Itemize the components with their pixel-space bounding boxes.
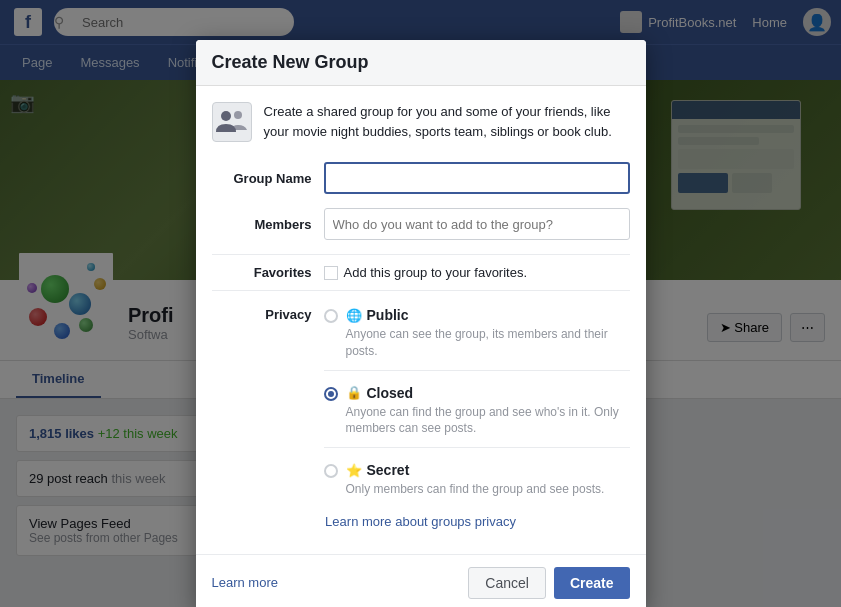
public-name: Public — [367, 307, 409, 323]
privacy-secret: ⭐ Secret Only members can find the group… — [324, 462, 630, 498]
svg-point-1 — [234, 111, 242, 119]
group-name-label: Group Name — [212, 171, 312, 186]
svg-point-0 — [221, 111, 231, 121]
create-group-modal: Create New Group Create a shared group f… — [196, 40, 646, 607]
info-text: Create a shared group for you and some o… — [264, 102, 630, 141]
modal-overlay: Create New Group Create a shared group f… — [0, 0, 841, 607]
closed-name: Closed — [367, 385, 414, 401]
privacy-public-radio[interactable] — [324, 309, 338, 323]
privacy-secret-radio[interactable] — [324, 464, 338, 478]
modal-footer: Learn more Cancel Create — [196, 554, 646, 607]
favorites-text: Add this group to your favorites. — [344, 265, 528, 280]
members-row: Members — [212, 208, 630, 240]
modal-header: Create New Group — [196, 40, 646, 86]
group-icon — [212, 102, 252, 142]
secret-name: Secret — [367, 462, 410, 478]
create-button[interactable]: Create — [554, 567, 630, 599]
secret-icon: ⭐ — [346, 463, 362, 478]
favorites-label: Favorites — [212, 265, 312, 280]
public-desc: Anyone can see the group, its members an… — [346, 326, 630, 360]
closed-desc: Anyone can find the group and see who's … — [346, 404, 630, 438]
privacy-closed: 🔒 Closed Anyone can find the group and s… — [324, 385, 630, 438]
favorites-check: Add this group to your favorites. — [324, 265, 528, 280]
privacy-closed-radio[interactable] — [324, 387, 338, 401]
footer-actions: Cancel Create — [468, 567, 629, 599]
privacy-label: Privacy — [228, 307, 324, 322]
group-name-row: Group Name — [212, 162, 630, 194]
privacy-header-row: Privacy 🌐 Public Anyone can se — [212, 307, 630, 504]
privacy-public: 🌐 Public Anyone can see the group, its m… — [324, 307, 630, 360]
public-icon: 🌐 — [346, 308, 362, 323]
closed-icon: 🔒 — [346, 385, 362, 400]
modal-body: Create a shared group for you and some o… — [196, 86, 646, 554]
secret-desc: Only members can find the group and see … — [346, 481, 630, 498]
info-row: Create a shared group for you and some o… — [212, 102, 630, 142]
learn-more-groups-row: Learn more about groups privacy — [212, 512, 630, 530]
favorites-row: Favorites Add this group to your favorit… — [212, 254, 630, 291]
learn-more-groups-link[interactable]: Learn more about groups privacy — [325, 514, 516, 529]
favorites-checkbox[interactable] — [324, 266, 338, 280]
cancel-button[interactable]: Cancel — [468, 567, 546, 599]
group-name-input[interactable] — [324, 162, 630, 194]
learn-more-button[interactable]: Learn more — [212, 575, 278, 590]
members-input[interactable] — [324, 208, 630, 240]
privacy-section: Privacy 🌐 Public Anyone can se — [212, 307, 630, 530]
modal-title: Create New Group — [212, 52, 369, 73]
members-label: Members — [212, 217, 312, 232]
